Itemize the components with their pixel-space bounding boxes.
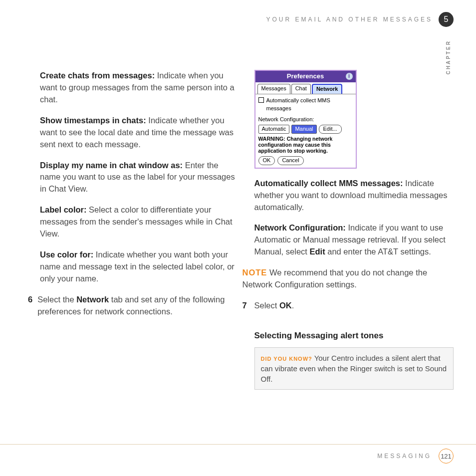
tab-network[interactable]: Network — [312, 84, 342, 94]
page-number: 121 — [439, 449, 454, 464]
chapter-label: CHAPTER — [446, 40, 451, 74]
did-you-know-box: DID YOU KNOW? Your Centro includes a sil… — [254, 347, 454, 390]
chapter-number-badge: 5 — [439, 12, 454, 27]
step-number: 7 — [242, 300, 249, 321]
footer-rule — [0, 444, 476, 445]
dialog-body: Automatically collect MMS messages Netwo… — [255, 94, 356, 168]
step-6: 6 Select the Network tab and set any of … — [40, 294, 239, 327]
item-network-configuration: Network Configuration: Indicate if you w… — [254, 222, 454, 258]
item-display-name: Display my name in chat window as: Enter… — [40, 160, 239, 196]
auto-collect-checkbox[interactable] — [258, 97, 264, 103]
page-header: YOUR EMAIL AND OTHER MESSAGES 5 — [266, 12, 454, 27]
item-show-timestamps: Show timestamps in chats: Indicate wheth… — [40, 115, 239, 151]
right-column: Preferences i Messages Chat Network Auto… — [254, 70, 454, 390]
warning-text: WARNING: Changing network configuration … — [258, 136, 353, 154]
dialog-titlebar: Preferences i — [255, 71, 356, 82]
auto-collect-row: Automatically collect MMS messages — [258, 97, 353, 113]
step-7: 7 Select OK. — [254, 300, 454, 321]
network-config-label: Network Configuration: — [258, 116, 353, 124]
step-number: 6 — [28, 294, 32, 327]
cancel-button[interactable]: Cancel — [277, 156, 303, 165]
footer-section: MESSAGING — [377, 453, 432, 460]
item-create-chats: Create chats from messages: Indicate whe… — [40, 70, 239, 106]
note-label: NOTE — [242, 268, 267, 277]
manual-page: YOUR EMAIL AND OTHER MESSAGES 5 CHAPTER … — [0, 0, 476, 476]
network-config-row: Automatic Manual Edit... — [258, 125, 353, 134]
info-icon[interactable]: i — [346, 73, 353, 80]
item-use-color-for: Use color for: Indicate whether you want… — [40, 249, 239, 285]
header-title: YOUR EMAIL AND OTHER MESSAGES — [266, 16, 433, 23]
item-label-color: Label color: Select a color to different… — [40, 204, 239, 240]
note-block: NOTE We recommend that you do not change… — [242, 267, 454, 291]
section-heading: Selecting Messaging alert tones — [254, 330, 454, 342]
auto-collect-label: Automatically collect MMS messages — [266, 97, 353, 113]
ok-button[interactable]: OK — [258, 156, 275, 165]
edit-button[interactable]: Edit... — [319, 125, 342, 134]
tip-label: DID YOU KNOW? — [261, 356, 312, 362]
tab-chat[interactable]: Chat — [291, 84, 311, 94]
option-automatic[interactable]: Automatic — [258, 125, 290, 134]
option-manual[interactable]: Manual — [291, 125, 316, 134]
tab-messages[interactable]: Messages — [257, 84, 290, 94]
item-auto-collect-mms: Automatically collect MMS messages: Indi… — [254, 178, 454, 214]
left-column: Create chats from messages: Indicate whe… — [40, 70, 239, 390]
dialog-tabs: Messages Chat Network — [255, 82, 356, 94]
preferences-dialog: Preferences i Messages Chat Network Auto… — [254, 70, 357, 169]
page-footer: MESSAGING 121 — [377, 449, 454, 464]
